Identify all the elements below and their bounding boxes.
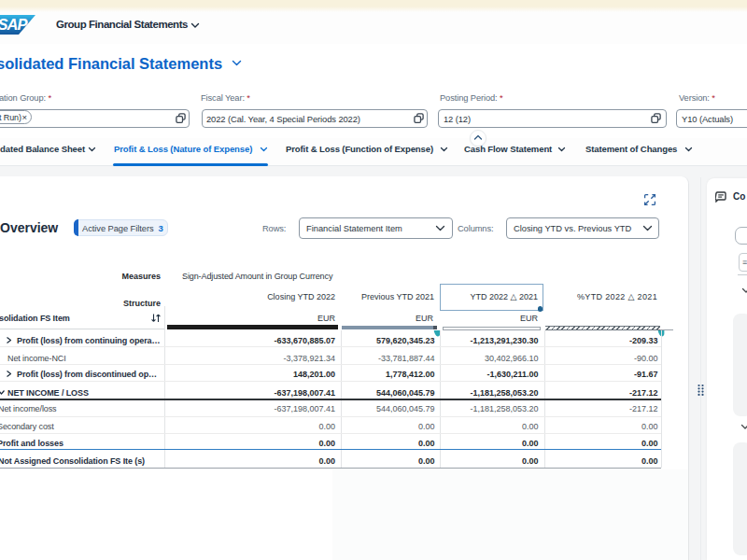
svg-text:SAP: SAP bbox=[0, 16, 28, 33]
